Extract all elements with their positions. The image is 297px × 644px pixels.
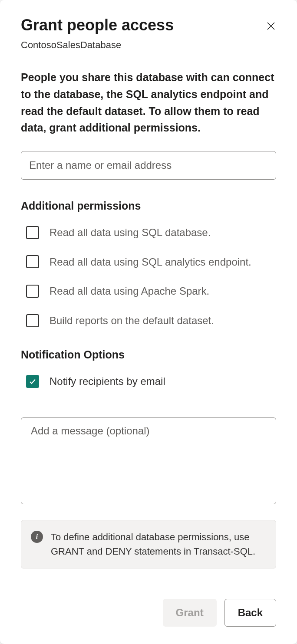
close-button[interactable] xyxy=(262,17,280,36)
notification-section-title: Notification Options xyxy=(21,348,276,361)
checkbox-icon xyxy=(26,314,39,327)
checkbox-checked-icon xyxy=(26,375,39,388)
checkbox-label: Build reports on the default dataset. xyxy=(50,313,214,328)
dialog-header: Grant people access xyxy=(21,16,276,36)
checkbox-icon xyxy=(26,255,39,268)
dialog-footer: Grant Back xyxy=(21,582,276,627)
name-email-input[interactable] xyxy=(21,151,276,180)
permissions-section-title: Additional permissions xyxy=(21,200,276,212)
notify-checkbox[interactable]: Notify recipients by email xyxy=(21,374,276,389)
dialog-description: People you share this database with can … xyxy=(21,69,276,136)
dialog-title: Grant people access xyxy=(21,16,174,34)
checkbox-label: Read all data using Apache Spark. xyxy=(50,284,209,299)
checkbox-label: Read all data using SQL analytics endpoi… xyxy=(50,255,251,269)
checkbox-label: Read all data using SQL database. xyxy=(50,225,211,240)
info-icon: i xyxy=(31,531,43,543)
message-textarea[interactable] xyxy=(21,417,276,504)
permission-checkbox-sql-database[interactable]: Read all data using SQL database. xyxy=(21,225,276,240)
dialog-subtitle: ContosoSalesDatabase xyxy=(21,39,276,51)
grant-access-dialog: Grant people access ContosoSalesDatabase… xyxy=(0,0,297,644)
info-text: To define additional database permission… xyxy=(51,530,266,559)
checkbox-label: Notify recipients by email xyxy=(50,374,165,389)
permission-checkbox-sql-analytics[interactable]: Read all data using SQL analytics endpoi… xyxy=(21,255,276,269)
permission-checkbox-spark[interactable]: Read all data using Apache Spark. xyxy=(21,284,276,299)
close-icon xyxy=(266,21,276,31)
back-button[interactable]: Back xyxy=(224,599,276,627)
info-banner: i To define additional database permissi… xyxy=(21,520,276,568)
checkbox-icon xyxy=(26,226,39,239)
permission-checkbox-build-reports[interactable]: Build reports on the default dataset. xyxy=(21,313,276,328)
checkbox-icon xyxy=(26,285,39,298)
permissions-list: Read all data using SQL database. Read a… xyxy=(21,225,276,328)
grant-button[interactable]: Grant xyxy=(163,599,217,627)
